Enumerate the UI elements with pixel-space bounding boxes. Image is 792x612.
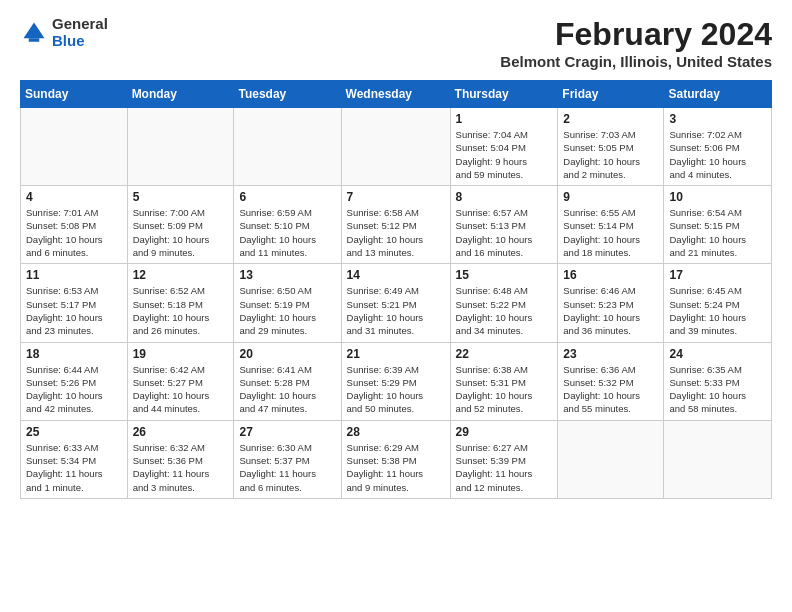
- day-number: 22: [456, 347, 553, 361]
- calendar-cell: 4Sunrise: 7:01 AM Sunset: 5:08 PM Daylig…: [21, 186, 128, 264]
- calendar-cell: 7Sunrise: 6:58 AM Sunset: 5:12 PM Daylig…: [341, 186, 450, 264]
- day-number: 9: [563, 190, 658, 204]
- weekday-header-thursday: Thursday: [450, 81, 558, 108]
- weekday-header-wednesday: Wednesday: [341, 81, 450, 108]
- calendar-cell: 29Sunrise: 6:27 AM Sunset: 5:39 PM Dayli…: [450, 420, 558, 498]
- day-number: 3: [669, 112, 766, 126]
- day-info: Sunrise: 6:50 AM Sunset: 5:19 PM Dayligh…: [239, 284, 335, 337]
- day-info: Sunrise: 6:45 AM Sunset: 5:24 PM Dayligh…: [669, 284, 766, 337]
- day-number: 6: [239, 190, 335, 204]
- day-number: 5: [133, 190, 229, 204]
- calendar-cell: [127, 108, 234, 186]
- day-number: 14: [347, 268, 445, 282]
- calendar-cell: 18Sunrise: 6:44 AM Sunset: 5:26 PM Dayli…: [21, 342, 128, 420]
- day-info: Sunrise: 6:57 AM Sunset: 5:13 PM Dayligh…: [456, 206, 553, 259]
- day-info: Sunrise: 7:00 AM Sunset: 5:09 PM Dayligh…: [133, 206, 229, 259]
- day-number: 15: [456, 268, 553, 282]
- calendar-week-row: 11Sunrise: 6:53 AM Sunset: 5:17 PM Dayli…: [21, 264, 772, 342]
- calendar-cell: 24Sunrise: 6:35 AM Sunset: 5:33 PM Dayli…: [664, 342, 772, 420]
- calendar-cell: 10Sunrise: 6:54 AM Sunset: 5:15 PM Dayli…: [664, 186, 772, 264]
- logo-general-text: General: [52, 16, 108, 33]
- calendar-cell: 14Sunrise: 6:49 AM Sunset: 5:21 PM Dayli…: [341, 264, 450, 342]
- day-info: Sunrise: 6:41 AM Sunset: 5:28 PM Dayligh…: [239, 363, 335, 416]
- calendar-table: SundayMondayTuesdayWednesdayThursdayFrid…: [20, 80, 772, 499]
- logo-icon: [20, 19, 48, 47]
- month-year-title: February 2024: [500, 16, 772, 53]
- calendar-cell: 11Sunrise: 6:53 AM Sunset: 5:17 PM Dayli…: [21, 264, 128, 342]
- day-info: Sunrise: 6:48 AM Sunset: 5:22 PM Dayligh…: [456, 284, 553, 337]
- logo: General Blue: [20, 16, 108, 49]
- calendar-cell: 20Sunrise: 6:41 AM Sunset: 5:28 PM Dayli…: [234, 342, 341, 420]
- calendar-week-row: 1Sunrise: 7:04 AM Sunset: 5:04 PM Daylig…: [21, 108, 772, 186]
- calendar-cell: [558, 420, 664, 498]
- calendar-cell: 2Sunrise: 7:03 AM Sunset: 5:05 PM Daylig…: [558, 108, 664, 186]
- day-number: 21: [347, 347, 445, 361]
- weekday-header-tuesday: Tuesday: [234, 81, 341, 108]
- day-number: 17: [669, 268, 766, 282]
- calendar-cell: 23Sunrise: 6:36 AM Sunset: 5:32 PM Dayli…: [558, 342, 664, 420]
- day-number: 19: [133, 347, 229, 361]
- day-number: 26: [133, 425, 229, 439]
- day-info: Sunrise: 6:39 AM Sunset: 5:29 PM Dayligh…: [347, 363, 445, 416]
- weekday-header-friday: Friday: [558, 81, 664, 108]
- calendar-cell: 8Sunrise: 6:57 AM Sunset: 5:13 PM Daylig…: [450, 186, 558, 264]
- day-number: 13: [239, 268, 335, 282]
- day-number: 10: [669, 190, 766, 204]
- calendar-cell: 16Sunrise: 6:46 AM Sunset: 5:23 PM Dayli…: [558, 264, 664, 342]
- calendar-week-row: 18Sunrise: 6:44 AM Sunset: 5:26 PM Dayli…: [21, 342, 772, 420]
- calendar-cell: 17Sunrise: 6:45 AM Sunset: 5:24 PM Dayli…: [664, 264, 772, 342]
- day-info: Sunrise: 6:32 AM Sunset: 5:36 PM Dayligh…: [133, 441, 229, 494]
- day-info: Sunrise: 6:49 AM Sunset: 5:21 PM Dayligh…: [347, 284, 445, 337]
- calendar-cell: 25Sunrise: 6:33 AM Sunset: 5:34 PM Dayli…: [21, 420, 128, 498]
- day-info: Sunrise: 6:27 AM Sunset: 5:39 PM Dayligh…: [456, 441, 553, 494]
- day-number: 20: [239, 347, 335, 361]
- day-info: Sunrise: 6:33 AM Sunset: 5:34 PM Dayligh…: [26, 441, 122, 494]
- calendar-cell: 22Sunrise: 6:38 AM Sunset: 5:31 PM Dayli…: [450, 342, 558, 420]
- calendar-cell: [341, 108, 450, 186]
- day-info: Sunrise: 6:29 AM Sunset: 5:38 PM Dayligh…: [347, 441, 445, 494]
- calendar-cell: [664, 420, 772, 498]
- day-info: Sunrise: 7:01 AM Sunset: 5:08 PM Dayligh…: [26, 206, 122, 259]
- page-header: General Blue February 2024 Belmont Cragi…: [20, 16, 772, 70]
- day-info: Sunrise: 6:30 AM Sunset: 5:37 PM Dayligh…: [239, 441, 335, 494]
- day-info: Sunrise: 6:38 AM Sunset: 5:31 PM Dayligh…: [456, 363, 553, 416]
- calendar-cell: 9Sunrise: 6:55 AM Sunset: 5:14 PM Daylig…: [558, 186, 664, 264]
- day-number: 25: [26, 425, 122, 439]
- calendar-cell: 27Sunrise: 6:30 AM Sunset: 5:37 PM Dayli…: [234, 420, 341, 498]
- calendar-cell: 12Sunrise: 6:52 AM Sunset: 5:18 PM Dayli…: [127, 264, 234, 342]
- day-info: Sunrise: 7:04 AM Sunset: 5:04 PM Dayligh…: [456, 128, 553, 181]
- weekday-header-saturday: Saturday: [664, 81, 772, 108]
- day-number: 1: [456, 112, 553, 126]
- day-info: Sunrise: 6:42 AM Sunset: 5:27 PM Dayligh…: [133, 363, 229, 416]
- day-info: Sunrise: 6:35 AM Sunset: 5:33 PM Dayligh…: [669, 363, 766, 416]
- logo-blue-text: Blue: [52, 33, 108, 50]
- calendar-cell: 3Sunrise: 7:02 AM Sunset: 5:06 PM Daylig…: [664, 108, 772, 186]
- calendar-cell: [234, 108, 341, 186]
- day-info: Sunrise: 6:46 AM Sunset: 5:23 PM Dayligh…: [563, 284, 658, 337]
- svg-rect-1: [29, 38, 40, 42]
- day-number: 11: [26, 268, 122, 282]
- calendar-week-row: 4Sunrise: 7:01 AM Sunset: 5:08 PM Daylig…: [21, 186, 772, 264]
- day-number: 23: [563, 347, 658, 361]
- day-info: Sunrise: 6:54 AM Sunset: 5:15 PM Dayligh…: [669, 206, 766, 259]
- calendar-cell: 26Sunrise: 6:32 AM Sunset: 5:36 PM Dayli…: [127, 420, 234, 498]
- location-subtitle: Belmont Cragin, Illinois, United States: [500, 53, 772, 70]
- calendar-cell: 13Sunrise: 6:50 AM Sunset: 5:19 PM Dayli…: [234, 264, 341, 342]
- calendar-cell: 6Sunrise: 6:59 AM Sunset: 5:10 PM Daylig…: [234, 186, 341, 264]
- day-info: Sunrise: 6:55 AM Sunset: 5:14 PM Dayligh…: [563, 206, 658, 259]
- day-info: Sunrise: 6:58 AM Sunset: 5:12 PM Dayligh…: [347, 206, 445, 259]
- calendar-cell: 28Sunrise: 6:29 AM Sunset: 5:38 PM Dayli…: [341, 420, 450, 498]
- calendar-cell: [21, 108, 128, 186]
- day-number: 18: [26, 347, 122, 361]
- svg-marker-0: [24, 22, 45, 38]
- weekday-header-row: SundayMondayTuesdayWednesdayThursdayFrid…: [21, 81, 772, 108]
- calendar-week-row: 25Sunrise: 6:33 AM Sunset: 5:34 PM Dayli…: [21, 420, 772, 498]
- day-info: Sunrise: 6:44 AM Sunset: 5:26 PM Dayligh…: [26, 363, 122, 416]
- day-number: 27: [239, 425, 335, 439]
- logo-text: General Blue: [52, 16, 108, 49]
- day-number: 7: [347, 190, 445, 204]
- calendar-cell: 21Sunrise: 6:39 AM Sunset: 5:29 PM Dayli…: [341, 342, 450, 420]
- title-area: February 2024 Belmont Cragin, Illinois, …: [500, 16, 772, 70]
- day-info: Sunrise: 6:53 AM Sunset: 5:17 PM Dayligh…: [26, 284, 122, 337]
- day-info: Sunrise: 7:03 AM Sunset: 5:05 PM Dayligh…: [563, 128, 658, 181]
